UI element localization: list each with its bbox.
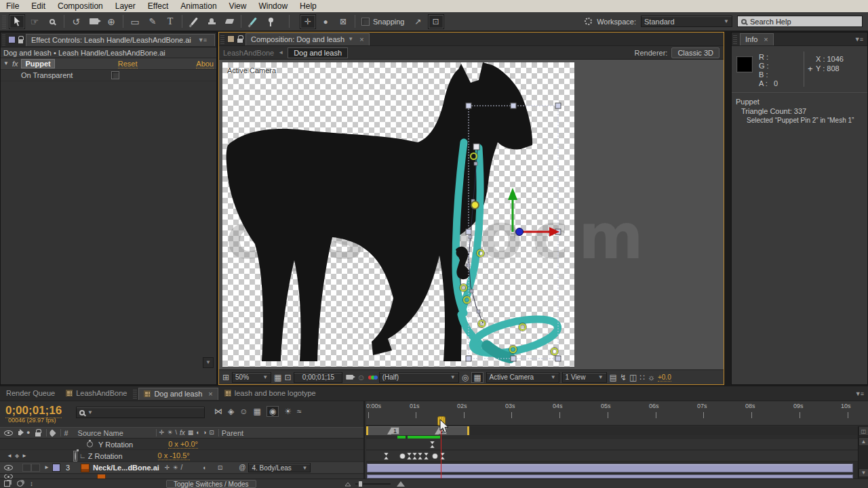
leashandbone-tab[interactable]: LeashAndBone	[61, 388, 132, 399]
dog-and-leash-tab[interactable]: Dog and leash ×	[138, 388, 218, 400]
eraser-tool-icon[interactable]	[221, 14, 237, 29]
solo-cell[interactable]	[31, 464, 40, 472]
grid-options-icon[interactable]: ⊞	[222, 373, 229, 382]
brush-tool-icon[interactable]	[186, 14, 202, 29]
puppet-pin-selected[interactable]	[471, 201, 479, 209]
parent-pickwhip-icon[interactable]: @	[239, 464, 245, 471]
current-timecode[interactable]: 0;00;01;16	[5, 404, 62, 418]
panel-menu-icon[interactable]: ▼≡	[852, 390, 867, 397]
y-rotation-label[interactable]: Y Rotation	[98, 441, 133, 449]
on-transparent-checkbox[interactable]	[111, 71, 119, 79]
puppet-pin[interactable]	[470, 152, 477, 160]
layer-motion-blur-icon[interactable]: ◐	[203, 465, 206, 471]
comp-marker-1[interactable]: 1	[391, 427, 399, 434]
effect-reset-link[interactable]: Reset	[118, 60, 138, 68]
world-axis-mode-icon[interactable]: ●	[317, 14, 334, 29]
camera-view-dropdown[interactable]: Active Camera▼	[486, 372, 559, 383]
prev-keyframe-icon[interactable]: ◄	[7, 453, 12, 459]
layer-duration-bar[interactable]	[367, 464, 853, 472]
view-layout-dropdown[interactable]: 1 View▼	[562, 372, 607, 383]
layer-expand-icon[interactable]: ►	[44, 465, 50, 470]
workspace-gear-icon[interactable]	[585, 18, 592, 25]
puppet-pin[interactable]	[519, 323, 526, 331]
close-icon[interactable]: ×	[764, 35, 768, 43]
render-queue-tab[interactable]: Render Queue	[1, 388, 60, 399]
hide-shy-layers-icon[interactable]: ☺	[239, 407, 248, 415]
mini-flowchart-icon[interactable]: ⋈	[214, 407, 222, 415]
layer-name[interactable]: Neck/Le...dBone.ai	[93, 464, 159, 472]
panel-gripper[interactable]	[220, 35, 224, 44]
menu-edit[interactable]: Edit	[25, 1, 52, 11]
layer-anchor-switch-icon[interactable]: ✛	[165, 465, 170, 471]
keyframe-icon[interactable]	[399, 453, 404, 460]
snap-bracket-icon[interactable]: ⊡	[428, 14, 444, 29]
panel-gripper[interactable]	[133, 389, 137, 399]
panel-menu-icon[interactable]: ▼≡	[851, 36, 866, 43]
puppet-pin[interactable]	[477, 249, 484, 257]
keyframe-icon[interactable]	[432, 453, 437, 460]
zoom-tool-icon[interactable]	[44, 14, 60, 29]
layer-quality-switch-icon[interactable]: /	[180, 464, 182, 471]
toolbar-gripper[interactable]	[2, 15, 6, 28]
effect-name[interactable]: Puppet	[21, 59, 54, 68]
expand-transfer-controls-icon[interactable]	[17, 481, 23, 487]
timeline-button-icon[interactable]: ▤	[610, 373, 617, 382]
pixel-aspect-icon[interactable]: ∷	[639, 373, 645, 382]
keyframe-icon[interactable]	[407, 453, 412, 460]
vertical-scrollbar[interactable]: ◫ ▲ ▼	[858, 426, 868, 479]
type-tool-icon[interactable]: T	[162, 14, 178, 29]
snapshot-icon[interactable]	[347, 375, 353, 380]
transparency-grid-icon[interactable]: ▦	[471, 372, 483, 383]
viewer-timecode[interactable]: 0;00;01;15	[294, 372, 342, 383]
flowchart-button-icon[interactable]: ↯	[620, 373, 627, 382]
target-region-icon[interactable]: ◎	[462, 373, 469, 382]
keyframe-icon[interactable]	[418, 453, 422, 460]
menu-view[interactable]: View	[223, 1, 253, 11]
scrollbar-down-arrow[interactable]: ▼	[203, 357, 214, 368]
breadcrumb-current[interactable]: Dog and leash	[288, 47, 348, 58]
number-column-label[interactable]: #	[64, 429, 68, 437]
z-rotation-label[interactable]: Z Rotation	[88, 452, 123, 460]
menu-animation[interactable]: Animation	[174, 1, 222, 11]
y-rotation-track[interactable]	[366, 439, 868, 450]
layer-label-swatch[interactable]	[52, 464, 60, 472]
logotype-tab[interactable]: leash and bone logotype	[220, 388, 321, 399]
graph-editor-icon[interactable]: ≈	[297, 407, 302, 415]
tab-dropdown-icon[interactable]: ▼	[348, 36, 353, 42]
y-rotation-value[interactable]: 0 x +0.0°	[168, 440, 198, 449]
hand-tool-icon[interactable]: ☞	[26, 14, 43, 29]
close-icon[interactable]: ×	[208, 390, 212, 398]
pen-tool-icon[interactable]: ✎	[144, 14, 161, 29]
brainstorm-icon[interactable]: ☀	[284, 407, 292, 415]
puppet-pin[interactable]	[509, 346, 517, 353]
frame-blending-icon[interactable]: ▦	[254, 407, 261, 415]
draft-3d-icon[interactable]: ◈	[228, 407, 234, 415]
keyframe-toggle-icon[interactable]: ◆	[15, 453, 19, 459]
selection-tool-icon[interactable]	[9, 14, 25, 29]
composition-viewer[interactable]: cgsopocm	[219, 60, 724, 369]
lock-icon[interactable]	[237, 39, 243, 43]
layer-rasterize-switch-icon[interactable]: ☀	[172, 465, 178, 471]
puppet-pin[interactable]	[460, 284, 467, 291]
stopwatch-icon-active[interactable]	[73, 451, 77, 462]
composition-tab[interactable]: Composition: Dog and leash ▼ ×	[245, 33, 370, 45]
roto-brush-tool-icon[interactable]	[245, 14, 261, 29]
menu-window[interactable]: Window	[252, 1, 294, 11]
snap-arrow-icon[interactable]: ↗	[410, 14, 427, 29]
effect-about-link[interactable]: Abou	[196, 60, 214, 68]
layer-visibility-icon[interactable]	[4, 465, 13, 470]
parent-column-label[interactable]: Parent	[222, 429, 243, 437]
keyframe-icon[interactable]	[384, 453, 389, 460]
work-area-end-handle[interactable]	[467, 426, 469, 435]
camera-tool-icon[interactable]	[85, 14, 102, 29]
expand-layer-switches-icon[interactable]	[4, 481, 10, 487]
panel-gripper[interactable]	[733, 35, 737, 44]
panel-gripper[interactable]	[2, 35, 5, 45]
menu-help[interactable]: Help	[294, 1, 323, 11]
toggle-switches-modes-button[interactable]: Toggle Switches / Modes	[166, 480, 256, 488]
exposure-value[interactable]: +0.0	[658, 373, 671, 382]
work-area-start-handle[interactable]	[366, 426, 368, 435]
disclosure-triangle-icon[interactable]: ▼	[3, 61, 9, 66]
zoom-slider-handle[interactable]	[358, 481, 363, 487]
renderer-button[interactable]: Classic 3D	[671, 47, 719, 58]
